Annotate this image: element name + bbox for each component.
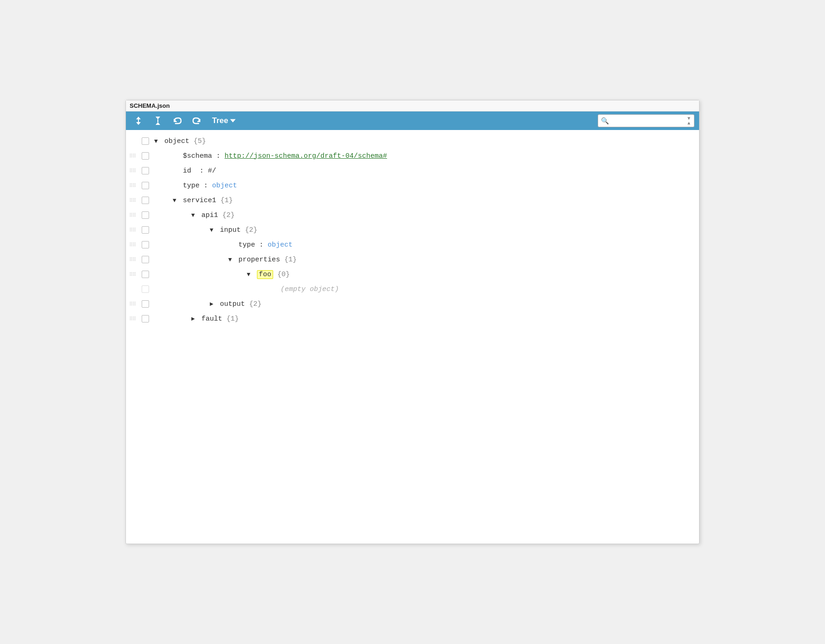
toggle-placeholder xyxy=(170,167,179,174)
row-drag-handle[interactable]: ⠿⠿ xyxy=(126,183,139,189)
tree-row: ▼ object {5} xyxy=(126,134,699,149)
tree-row: ⠿⠿ ► fault {1} xyxy=(126,311,699,326)
row-copy-icon[interactable] xyxy=(139,137,152,145)
toggle-icon[interactable]: ▼ xyxy=(170,197,179,204)
main-window: SCHEMA.json xyxy=(125,100,700,544)
row-drag-handle[interactable]: ⠿⠿ xyxy=(126,153,139,159)
toggle-placeholder xyxy=(226,242,234,248)
row-copy-icon[interactable] xyxy=(139,271,152,278)
redo-icon xyxy=(192,116,202,126)
count-label: {1} xyxy=(226,315,239,323)
view-mode-dropdown[interactable]: Tree xyxy=(208,115,239,126)
tree-row: ⠿⠿ ▼ foo {0} xyxy=(126,267,699,282)
copy-square-icon xyxy=(142,256,149,263)
copy-square-icon xyxy=(142,315,149,322)
title-text: SCHEMA.json xyxy=(130,102,170,109)
search-up-button[interactable]: ▲ xyxy=(687,121,691,125)
tree-row: ⠿⠿ ▼ properties {1} xyxy=(126,252,699,267)
row-copy-icon[interactable] xyxy=(139,315,152,322)
redo-button[interactable] xyxy=(189,115,205,127)
key-label: type : xyxy=(234,241,268,249)
tree-row: ⠿⠿ ▼ input {2} xyxy=(126,223,699,237)
row-drag-handle[interactable]: ⠿⠿ xyxy=(126,242,139,248)
row-copy-icon[interactable] xyxy=(139,182,152,189)
toggle-icon[interactable]: ► xyxy=(207,301,216,308)
title-bar: SCHEMA.json xyxy=(126,100,699,111)
undo-icon xyxy=(172,116,182,126)
row-copy-icon[interactable] xyxy=(139,241,152,248)
search-input[interactable] xyxy=(611,118,685,124)
row-drag-handle[interactable]: ⠿⠿ xyxy=(126,301,139,307)
toggle-icon[interactable]: ▼ xyxy=(152,138,160,145)
copy-square-icon xyxy=(142,285,149,293)
toolbar: Tree 🔍 ▼ ▲ xyxy=(126,111,699,130)
tree-row: ⠿⠿ $schema : http://json-schema.org/draf… xyxy=(126,149,699,163)
schema-url-link[interactable]: http://json-schema.org/draft-04/schema# xyxy=(225,152,387,160)
row-drag-handle[interactable]: ⠿⠿ xyxy=(126,257,139,263)
undo-button[interactable] xyxy=(169,115,185,127)
row-drag-handle[interactable]: ⠿⠿ xyxy=(126,227,139,233)
key-label: output xyxy=(216,300,249,308)
key-label: id : xyxy=(179,167,208,175)
expand-all-icon xyxy=(133,116,144,126)
row-copy-icon[interactable] xyxy=(139,256,152,263)
toggle-icon[interactable]: ► xyxy=(189,316,197,322)
copy-square-icon xyxy=(142,211,149,219)
count-label: {2} xyxy=(245,226,257,234)
tree-row: (empty object) xyxy=(126,282,699,297)
collapse-all-button[interactable] xyxy=(150,115,166,127)
key-label: type : xyxy=(179,182,212,190)
value-label: #/ xyxy=(208,167,216,175)
tree-row: ⠿⠿ ▼ service1 {1} xyxy=(126,193,699,208)
copy-square-icon xyxy=(142,241,149,248)
row-copy-icon[interactable] xyxy=(139,226,152,234)
row-copy-icon[interactable] xyxy=(139,197,152,204)
toggle-placeholder xyxy=(272,286,281,293)
toggle-icon[interactable]: ▼ xyxy=(189,212,197,219)
key-label: foo xyxy=(253,271,277,279)
expand-all-button[interactable] xyxy=(131,115,146,127)
type-value-label: object xyxy=(212,182,237,190)
copy-square-icon xyxy=(142,197,149,204)
row-copy-icon[interactable] xyxy=(139,152,152,160)
count-label: {2} xyxy=(249,300,262,308)
row-drag-handle[interactable]: ⠿⠿ xyxy=(126,212,139,218)
row-drag-handle[interactable]: ⠿⠿ xyxy=(126,316,139,322)
tree-row: ⠿⠿ type : object xyxy=(126,237,699,252)
row-drag-handle[interactable]: ⠿⠿ xyxy=(126,198,139,204)
copy-square-icon xyxy=(142,271,149,278)
search-icon: 🔍 xyxy=(601,117,609,125)
copy-square-icon xyxy=(142,152,149,160)
copy-square-icon xyxy=(142,137,149,145)
copy-square-icon xyxy=(142,167,149,174)
toggle-icon[interactable]: ▼ xyxy=(244,271,253,278)
key-label: service1 xyxy=(179,197,220,204)
search-box: 🔍 ▼ ▲ xyxy=(598,114,694,127)
toggle-placeholder xyxy=(170,182,179,189)
toggle-icon[interactable]: ▼ xyxy=(207,227,216,234)
row-copy-icon[interactable] xyxy=(139,300,152,308)
tree-row: ⠿⠿ ▼ api1 {2} xyxy=(126,208,699,223)
foo-highlight: foo xyxy=(257,270,273,279)
tree-row: ⠿⠿ ► output {2} xyxy=(126,297,699,311)
type-value-label: object xyxy=(268,241,293,249)
tree-label: Tree xyxy=(212,116,228,125)
row-copy-icon xyxy=(139,285,152,293)
toggle-placeholder xyxy=(170,153,179,160)
row-drag-handle[interactable]: ⠿⠿ xyxy=(126,272,139,278)
copy-square-icon xyxy=(142,226,149,234)
key-label: object xyxy=(160,137,194,145)
key-label: api1 xyxy=(197,211,222,219)
copy-square-icon xyxy=(142,182,149,189)
row-copy-icon[interactable] xyxy=(139,211,152,219)
count-label: {0} xyxy=(277,271,290,279)
collapse-all-icon xyxy=(153,116,163,126)
tree-row: ⠿⠿ type : object xyxy=(126,178,699,193)
key-label: input xyxy=(216,226,245,234)
row-drag-handle[interactable]: ⠿⠿ xyxy=(126,168,139,174)
row-copy-icon[interactable] xyxy=(139,167,152,174)
key-label: $schema : xyxy=(179,152,225,160)
search-nav: ▼ ▲ xyxy=(687,116,691,125)
count-label: {1} xyxy=(220,197,233,204)
toggle-icon[interactable]: ▼ xyxy=(226,256,234,263)
